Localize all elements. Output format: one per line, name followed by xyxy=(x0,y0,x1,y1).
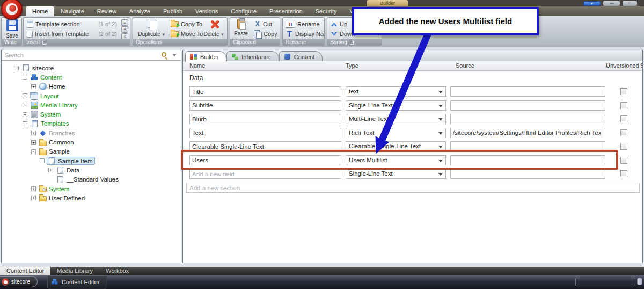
unversioned-checkbox[interactable] xyxy=(620,157,627,164)
menu-tab[interactable]: Analyze xyxy=(123,6,157,16)
insert-dialog-launcher-icon[interactable] xyxy=(42,41,46,45)
unversioned-checkbox[interactable] xyxy=(620,129,627,136)
menu-tab[interactable]: Home xyxy=(26,6,54,16)
insert-scroll-down-button[interactable]: ▼ xyxy=(121,26,128,33)
field-source-input[interactable] xyxy=(450,128,605,138)
window-minimize-button[interactable]: — xyxy=(603,1,620,6)
field-type-dropdown[interactable]: Clearable Single-Line Text xyxy=(346,141,446,151)
insert-from-template-button[interactable]: Insert from Template (2 of 2) xyxy=(27,30,117,38)
rename-button[interactable]: TI Rename xyxy=(286,20,320,28)
sort-down-button[interactable]: Down xyxy=(331,30,355,38)
field-name-input[interactable] xyxy=(189,141,341,151)
copy-button[interactable]: Copy xyxy=(254,30,277,38)
editor-tab[interactable]: Content xyxy=(279,51,323,62)
tree-expander[interactable]: + xyxy=(23,103,27,107)
field-source-input[interactable] xyxy=(450,141,605,151)
unversioned-checkbox[interactable] xyxy=(620,170,627,177)
menu-tab[interactable]: Review xyxy=(91,6,123,16)
tree-item[interactable]: + Media Library xyxy=(2,100,181,110)
move-to-button[interactable]: Move To xyxy=(171,30,203,38)
tree-item[interactable]: - Sample xyxy=(2,147,181,156)
insert-scroll-up-button[interactable]: ▲ xyxy=(121,19,128,26)
duplicate-button[interactable]: Duplicate▼ xyxy=(135,19,169,37)
field-type-dropdown[interactable]: Multi-Line Text xyxy=(346,114,446,124)
application-tab[interactable]: Content Editor xyxy=(0,267,50,275)
tree-item[interactable]: __Standard Values xyxy=(2,175,181,184)
field-source-input[interactable] xyxy=(450,86,605,97)
tree-expander[interactable]: + xyxy=(31,186,36,191)
tree-expander[interactable]: - xyxy=(23,121,27,126)
application-tab[interactable]: Workbox xyxy=(99,267,135,275)
tree-expander[interactable]: + xyxy=(31,196,36,200)
tree-item[interactable]: + Common xyxy=(2,138,181,147)
search-dropdown-icon[interactable] xyxy=(172,54,177,56)
tree-expander[interactable]: + xyxy=(23,93,27,98)
paste-button[interactable]: Paste xyxy=(231,19,251,37)
tree-expander[interactable]: + xyxy=(23,112,27,117)
menu-tab[interactable]: Security xyxy=(309,6,343,16)
database-icon[interactable] xyxy=(637,278,642,285)
menu-tab[interactable]: Presentation xyxy=(263,6,309,16)
tree-item[interactable]: + System xyxy=(2,110,181,119)
field-type-dropdown[interactable]: text xyxy=(346,86,446,97)
tree-expander[interactable]: - xyxy=(40,158,45,163)
copy-to-button[interactable]: Copy To xyxy=(171,20,202,28)
field-name-input[interactable] xyxy=(189,128,341,138)
tree-item[interactable]: + User Defined xyxy=(2,193,181,203)
field-type-dropdown[interactable]: Single-Line Text xyxy=(346,100,446,111)
tree-item[interactable]: + Home xyxy=(2,82,181,91)
tree-expander[interactable]: - xyxy=(31,149,36,154)
search-icon[interactable] xyxy=(162,52,166,57)
tree-expander[interactable]: + xyxy=(48,168,53,172)
field-name-input[interactable] xyxy=(189,169,341,179)
field-source-input[interactable] xyxy=(450,155,605,165)
tree-item[interactable]: + Branches xyxy=(2,128,181,138)
field-type-dropdown[interactable]: Single-Line Text xyxy=(346,169,446,179)
field-name-input[interactable] xyxy=(189,155,341,165)
menu-tab[interactable]: Navigate xyxy=(54,6,90,16)
tree-item[interactable]: + Data xyxy=(2,165,181,175)
delete-button[interactable]: Delete▼ xyxy=(202,19,226,37)
tree-item[interactable]: - sitecore xyxy=(2,63,181,73)
tree-expander[interactable]: + xyxy=(31,131,36,135)
field-source-input[interactable] xyxy=(450,100,605,111)
cut-button[interactable]: Cut xyxy=(254,20,272,28)
menu-tab[interactable]: Publish xyxy=(157,6,189,16)
tree-item[interactable]: - Templates xyxy=(2,119,181,128)
unversioned-checkbox[interactable] xyxy=(620,115,627,122)
unversioned-checkbox[interactable] xyxy=(620,102,627,109)
field-type-dropdown[interactable]: Rich Text xyxy=(346,128,446,138)
menu-tab[interactable]: Configure xyxy=(224,6,263,16)
tree-expander[interactable]: + xyxy=(31,84,36,89)
unversioned-checkbox[interactable] xyxy=(620,143,627,150)
window-maximize-button[interactable]: □ xyxy=(623,1,637,6)
sorting-dialog-launcher-icon[interactable] xyxy=(350,41,354,45)
tree-item[interactable]: + System xyxy=(2,184,181,193)
window-menu-button[interactable]: ▾ xyxy=(583,1,601,6)
field-source-input[interactable] xyxy=(450,169,605,179)
template-section-button[interactable]: Template section (1 of 2) xyxy=(27,20,117,28)
application-tab[interactable]: Media Library xyxy=(50,267,99,275)
taskbar-tray-box[interactable] xyxy=(575,278,635,286)
field-type-dropdown[interactable]: Users Multilist xyxy=(346,155,446,165)
sitecore-start-button[interactable]: sitecore xyxy=(0,276,38,287)
field-source-input[interactable] xyxy=(450,114,605,124)
menu-tab[interactable]: Versions xyxy=(189,6,224,16)
field-name-input[interactable] xyxy=(189,100,341,111)
tree-expander[interactable]: + xyxy=(31,140,36,145)
tree-item[interactable]: - Content xyxy=(2,73,181,82)
save-button[interactable]: Save xyxy=(2,19,22,39)
tree-item[interactable]: - Sample Item xyxy=(2,156,181,165)
tree-item[interactable]: + Layout xyxy=(2,91,181,100)
add-section-input[interactable] xyxy=(186,183,640,193)
field-name-input[interactable] xyxy=(189,86,341,97)
unversioned-checkbox[interactable] xyxy=(620,88,627,95)
tree-expander[interactable]: - xyxy=(14,66,19,70)
taskbar-content-editor-button[interactable]: Content Editor xyxy=(47,276,107,288)
display-name-button[interactable]: T Display Name xyxy=(286,30,325,38)
field-name-input[interactable] xyxy=(189,114,341,124)
editor-tab[interactable]: Inheritance xyxy=(226,51,279,62)
sort-up-button[interactable]: Up xyxy=(331,20,347,28)
tree-expander[interactable]: - xyxy=(23,75,27,80)
editor-tab[interactable]: Builder xyxy=(185,51,226,62)
